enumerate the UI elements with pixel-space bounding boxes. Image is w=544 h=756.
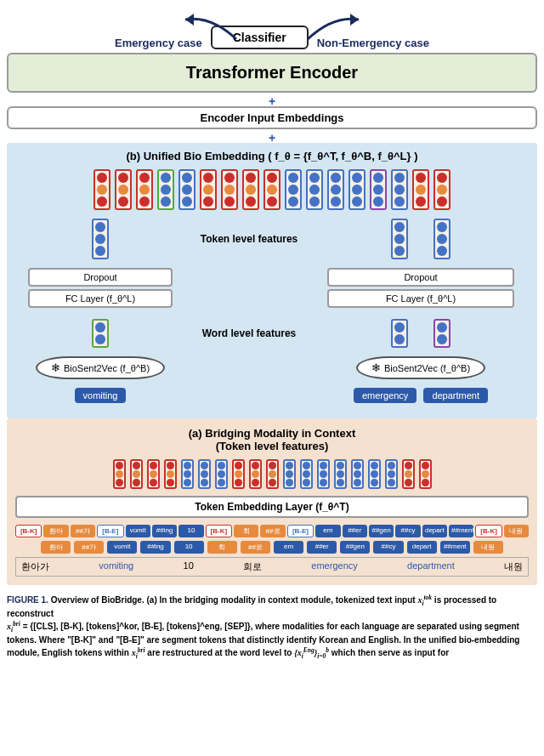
encoder-input-embeddings: Encoder Input Embeddings (7, 106, 537, 129)
token-block (157, 169, 174, 210)
snowflake-icon: ❄ (51, 361, 60, 374)
input-token: ##가 (71, 525, 95, 537)
input-token: em (315, 525, 340, 537)
token-block (221, 169, 238, 210)
input-token: 회 (207, 541, 237, 554)
word-block (391, 319, 408, 348)
biosent2vec-box: ❄BioSent2Vec (f_θ^B) (356, 356, 485, 379)
arrow-left-icon (177, 7, 245, 41)
source-word: 회로 (243, 560, 262, 573)
token-block (334, 459, 347, 489)
token-block (419, 459, 432, 489)
input-token: ##로 (260, 525, 285, 537)
word-level-label: Word level features (185, 327, 313, 339)
token-block (130, 459, 143, 489)
input-token: 내원 (473, 541, 503, 554)
token-block (115, 169, 132, 210)
token-block (351, 459, 364, 489)
source-word: emergency (311, 560, 357, 573)
figure-caption: FIGURE 1. Overview of BioBridge. (a) In … (7, 594, 537, 661)
input-token: ##가 (74, 541, 104, 554)
input-token: [B-K] (15, 525, 42, 537)
bio-token-grid (15, 169, 529, 210)
dropout-box: Dropout (327, 268, 514, 287)
token-block (391, 219, 408, 259)
token-block (283, 459, 296, 489)
word-block (92, 319, 109, 348)
token-block (164, 459, 177, 489)
token-level-label: Token level features (185, 233, 313, 245)
bridging-modality-section: (a) Bridging Modality in Context(Token l… (7, 418, 537, 585)
token-block (113, 459, 126, 489)
token-block (327, 169, 344, 210)
input-token: ##ing (152, 525, 177, 537)
source-word: 내원 (504, 560, 523, 573)
transformer-encoder: Transformer Encoder (7, 53, 537, 93)
input-token: ##er (307, 541, 337, 554)
svg-marker-1 (350, 14, 359, 26)
word-chip-vomiting: vomiting (75, 388, 127, 403)
word-chips-row: vomiting emergency department (15, 388, 529, 403)
input-token: ##gen (340, 541, 370, 554)
source-word: vomiting (99, 560, 133, 573)
input-token: 환아 (41, 541, 71, 554)
token-block (249, 459, 262, 489)
source-word: department (407, 560, 455, 573)
word-level-row: Word level features (15, 319, 529, 348)
token-block (317, 459, 330, 489)
input-token: 회 (234, 525, 258, 537)
token-block (92, 219, 109, 259)
token-block (264, 169, 280, 210)
input-token: 10 (174, 541, 204, 554)
token-block (266, 459, 279, 489)
token-block (178, 169, 196, 210)
source-word: 환아가 (21, 560, 49, 573)
token-embedding-layer: Token Embedding Layer (f_θ^T) (15, 496, 529, 518)
bio-section-title: (b) Unified Bio Embedding ( f_θ = {f_θ^T… (15, 150, 529, 162)
token-row-plain: 환아##가vomit##ing10회##로em##er##gen##cydepa… (15, 541, 529, 554)
token-block (370, 169, 387, 210)
token-block (215, 459, 228, 489)
token-block (198, 459, 211, 489)
token-block (242, 169, 259, 210)
input-token: ##ment (449, 525, 473, 537)
dropout-fc-row: Dropout FC Layer (f_θ^L) Dropout FC Laye… (15, 268, 529, 310)
word-chip-emergency: emergency (354, 388, 416, 403)
biosent2vec-box: ❄BioSent2Vec (f_θ^B) (36, 356, 165, 379)
word-chip-department: department (423, 388, 488, 403)
token-block (147, 459, 160, 489)
input-token: [B-K] (475, 525, 502, 537)
input-token: vomit (126, 525, 150, 537)
token-block (402, 459, 415, 489)
fc-layer-box: FC Layer (f_θ^L) (327, 289, 514, 308)
snowflake-icon: ❄ (371, 361, 381, 374)
token-block (300, 459, 313, 489)
arrow-right-icon (299, 7, 367, 41)
token-block (306, 169, 323, 210)
bridge-token-grid (15, 459, 529, 489)
input-token: 내원 (504, 525, 529, 537)
input-token: ##er (343, 525, 367, 537)
token-block (385, 459, 398, 489)
token-row-segmented: [B-K]환아##가[B-E]vomit##ing10[B-K]회##로[B-E… (15, 525, 529, 537)
input-token: ##ment (440, 541, 470, 554)
bridge-section-title: (a) Bridging Modality in Context(Token l… (15, 427, 529, 452)
classifier-row: Emergency case Classifier Non-Emergency … (7, 7, 537, 49)
token-block (285, 169, 302, 210)
token-block (200, 169, 217, 210)
word-block (434, 319, 450, 348)
fc-layer-box: FC Layer (f_θ^L) (28, 289, 173, 308)
token-level-row: Token level features (15, 219, 529, 259)
dropout-box: Dropout (28, 268, 173, 287)
token-block (181, 459, 194, 489)
token-block (348, 169, 366, 210)
token-block (434, 169, 450, 210)
token-block (136, 169, 153, 210)
input-token: ##cy (395, 525, 420, 537)
source-word: 10 (184, 560, 194, 573)
input-token: depart (407, 541, 437, 554)
input-token: 10 (178, 525, 203, 537)
token-block (368, 459, 381, 489)
token-block (434, 219, 450, 259)
input-token: vomit (107, 541, 137, 554)
